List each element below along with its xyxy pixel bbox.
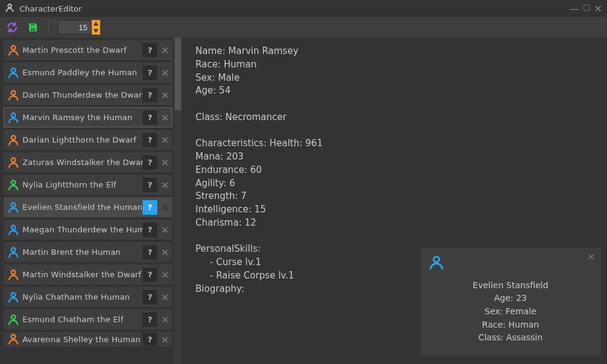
tooltip-character-icon <box>429 255 592 274</box>
info-button[interactable]: ? <box>143 200 157 215</box>
character-name: Esmund Paddley the Human <box>22 68 143 77</box>
detail-line: Name: Marvin Ramsey <box>195 45 594 58</box>
character-icon <box>4 112 22 124</box>
sidebar: Martin Prescott the Dwarf?×Esmund Paddle… <box>0 38 182 364</box>
tooltip-line: Evelien Stansfield <box>429 279 592 292</box>
character-icon <box>4 246 22 258</box>
remove-button[interactable]: × <box>158 314 172 325</box>
detail-line: Endurance: 60 <box>195 164 594 177</box>
info-button[interactable]: ? <box>143 178 157 192</box>
spinner-input[interactable] <box>58 20 92 35</box>
detail-line <box>195 124 594 138</box>
character-name: Marvin Ramsey the Human <box>22 113 143 122</box>
detail-line: Sex: Male <box>195 72 594 85</box>
detail-line <box>195 98 594 111</box>
character-row[interactable]: Zaturas Windstalker the Dwarf?× <box>4 152 172 172</box>
svg-point-12 <box>12 248 16 252</box>
info-button[interactable]: ? <box>143 66 157 80</box>
remove-button[interactable]: × <box>158 246 172 258</box>
info-button[interactable]: ? <box>143 223 157 237</box>
remove-button[interactable]: × <box>158 67 172 78</box>
svg-point-10 <box>12 203 16 207</box>
svg-point-13 <box>12 270 16 274</box>
character-row[interactable]: Darian Thunderdew the Dwarf?× <box>4 85 172 105</box>
character-row[interactable]: Maegan Thunderdew the Human?× <box>4 220 172 240</box>
detail-line: Strength: 7 <box>195 190 594 203</box>
close-window-button[interactable]: ✕ <box>594 3 602 15</box>
remove-button[interactable]: × <box>158 89 172 101</box>
character-name: Esmund Chatham the Elf <box>22 315 143 324</box>
remove-button[interactable]: × <box>158 112 172 123</box>
tooltip-close-button[interactable]: ✕ <box>587 251 595 265</box>
info-button[interactable]: ? <box>143 155 157 170</box>
info-button[interactable]: ? <box>143 88 157 103</box>
count-spinner[interactable] <box>58 20 100 35</box>
character-row[interactable]: Esmund Chatham the Elf?× <box>4 309 172 329</box>
svg-point-17 <box>433 257 439 262</box>
character-row[interactable]: Evelien Stansfield the Human?× <box>4 197 172 217</box>
window-title: CharacterEditor <box>19 4 82 13</box>
info-button[interactable]: ? <box>143 43 157 58</box>
character-row[interactable]: Esmund Paddley the Human?× <box>4 62 172 83</box>
remove-button[interactable]: × <box>158 157 172 168</box>
detail-line: Charisma: 12 <box>195 217 594 230</box>
character-row[interactable]: Nylia Lightthorn the Elf?× <box>4 175 172 195</box>
maximize-button[interactable]: ▢ <box>583 2 590 14</box>
character-icon <box>4 269 22 281</box>
window-controls: — ▢ ✕ <box>569 3 602 15</box>
remove-button[interactable]: × <box>158 224 172 235</box>
detail-line: Agility: 6 <box>195 177 594 190</box>
minimize-button[interactable]: — <box>569 3 579 15</box>
detail-line: Mana: 203 <box>195 150 594 164</box>
character-icon <box>4 314 22 326</box>
remove-button[interactable]: × <box>158 291 172 303</box>
remove-button[interactable]: × <box>158 269 172 280</box>
detail-line: Characteristics: Health: 961 <box>195 137 594 150</box>
save-icon <box>27 22 38 33</box>
character-name: Nylia Chatham the Human <box>22 292 143 302</box>
remove-button[interactable]: × <box>158 179 172 190</box>
remove-button[interactable]: × <box>158 44 172 56</box>
svg-point-14 <box>12 292 16 297</box>
spinner-down-button[interactable] <box>92 27 100 35</box>
info-button[interactable]: ? <box>143 312 157 327</box>
svg-point-15 <box>12 315 16 319</box>
toolbar-separator <box>49 21 49 34</box>
character-row[interactable]: Martin Prescott the Dwarf?× <box>4 40 172 60</box>
spinner-up-button[interactable] <box>92 20 100 27</box>
character-name: Evelien Stansfield the Human <box>22 203 143 212</box>
svg-point-5 <box>12 90 16 95</box>
character-icon <box>4 333 22 345</box>
character-row[interactable]: Martin Brent the Human?× <box>4 242 172 262</box>
info-button[interactable]: ? <box>143 268 157 282</box>
character-row[interactable]: Marvin Ramsey the Human?× <box>4 107 172 127</box>
character-list: Martin Prescott the Dwarf?×Esmund Paddle… <box>0 38 174 364</box>
character-tooltip: ✕ Evelien StansfieldAge: 23Sex: FemaleRa… <box>420 248 601 356</box>
svg-point-0 <box>8 4 12 7</box>
svg-rect-2 <box>30 28 35 31</box>
remove-button[interactable]: × <box>158 134 172 146</box>
info-button[interactable]: ? <box>143 290 157 305</box>
save-button[interactable] <box>25 20 40 35</box>
remove-button[interactable]: × <box>158 334 172 345</box>
app-icon <box>5 3 15 15</box>
character-icon <box>4 67 22 79</box>
detail-line: Age: 54 <box>195 84 594 98</box>
refresh-icon <box>6 21 18 33</box>
info-button[interactable]: ? <box>143 245 157 260</box>
detail-line: Class: Necromancer <box>195 111 594 124</box>
list-scrollbar[interactable] <box>174 38 182 364</box>
character-row[interactable]: Martin Windstalker the Dwarf?× <box>4 265 172 285</box>
info-button[interactable]: ? <box>143 332 157 346</box>
character-row[interactable]: Avarenna Shelley the Human?× <box>4 332 172 346</box>
info-button[interactable]: ? <box>143 133 157 147</box>
character-row[interactable]: Nylia Chatham the Human?× <box>4 287 172 307</box>
character-icon <box>4 134 22 146</box>
character-icon <box>4 224 22 236</box>
info-button[interactable]: ? <box>143 110 157 125</box>
refresh-button[interactable] <box>5 20 19 35</box>
character-row[interactable]: Darian Lightthorn the Dwarf?× <box>4 130 172 150</box>
svg-point-11 <box>12 225 16 229</box>
scrollbar-thumb[interactable] <box>175 38 181 110</box>
remove-button[interactable]: × <box>158 201 172 213</box>
